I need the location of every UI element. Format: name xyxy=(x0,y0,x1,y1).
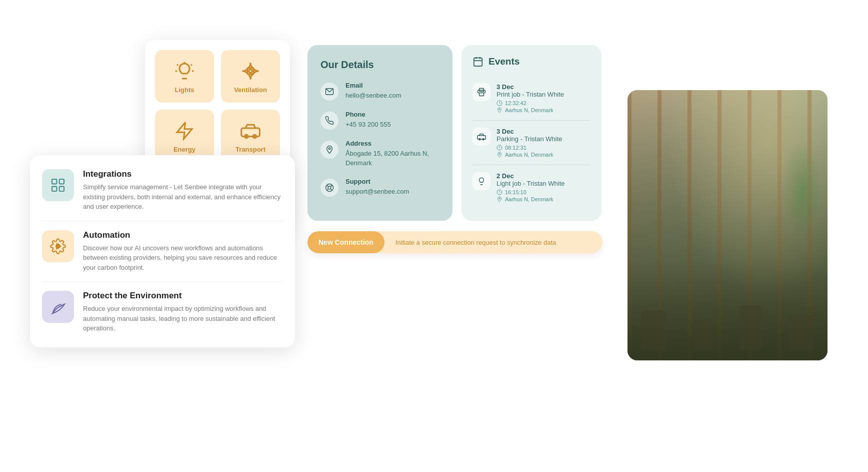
email-value: hello@senbee.com xyxy=(346,92,401,99)
event-meta-1: 12:32:42 Aarhus N, Denmark xyxy=(496,100,564,113)
event-time-row-2: 08:12:31 xyxy=(496,145,562,151)
environment-text: Protect the Environment Reduce your envi… xyxy=(83,291,283,333)
support-label: Support xyxy=(346,178,409,185)
event-item-parking: 3 Dec Parking - Tristan White 08:12:31 A… xyxy=(472,121,590,165)
grid-icon xyxy=(50,177,66,193)
event-name-3: Light job - Tristan White xyxy=(496,180,565,187)
event-loc-row-3: Aarhus N, Denmark xyxy=(496,196,565,202)
phone-label: Phone xyxy=(346,111,391,118)
svg-point-21 xyxy=(328,148,330,150)
environment-title: Protect the Environment xyxy=(83,291,283,301)
scene: Lights Ventilation Energy xyxy=(0,0,868,472)
svg-point-23 xyxy=(328,186,331,189)
svg-line-24 xyxy=(327,185,328,187)
photo-interior xyxy=(628,90,828,360)
support-value: support@senbee.com xyxy=(346,188,409,195)
svg-rect-17 xyxy=(52,187,56,191)
headset-icon-box xyxy=(320,179,338,197)
features-card: Integrations Simplify service management… xyxy=(30,155,295,347)
address-label: Address xyxy=(346,140,440,147)
event-time-3: 16:15:10 xyxy=(505,189,526,195)
svg-rect-15 xyxy=(52,179,56,184)
chair-2 xyxy=(693,320,713,350)
event-item-light: 2 Dec Light job - Tristan White 16:15:10… xyxy=(472,165,590,209)
integrations-icon-box xyxy=(42,169,74,201)
car-icon xyxy=(240,121,260,141)
feature-item-integrations: Integrations Simplify service management… xyxy=(42,169,283,221)
event-details-parking: 3 Dec Parking - Tristan White 08:12:31 A… xyxy=(496,128,562,158)
phone-icon-box xyxy=(320,112,338,130)
svg-line-27 xyxy=(330,186,332,187)
chair-row xyxy=(628,305,828,350)
svg-point-35 xyxy=(484,92,484,93)
printer-icon xyxy=(477,88,486,97)
svg-rect-6 xyxy=(242,128,260,137)
svg-line-28 xyxy=(327,189,328,190)
svg-marker-19 xyxy=(56,243,60,249)
event-item-print: 3 Dec Print job - Tristan White 12:32:42… xyxy=(472,76,590,121)
headset-icon xyxy=(325,183,334,192)
email-label: Email xyxy=(346,82,401,89)
event-meta-2: 08:12:31 Aarhus N, Denmark xyxy=(496,145,562,158)
gear-play-icon xyxy=(50,238,66,254)
transport-label: Transport xyxy=(236,146,266,153)
ventilation-label: Ventilation xyxy=(234,86,267,94)
svg-rect-33 xyxy=(480,89,484,92)
mail-icon-box xyxy=(320,83,338,101)
device-tile-ventilation[interactable]: Ventilation xyxy=(221,50,280,103)
connection-bar-text: Initiate a secure connection request to … xyxy=(384,239,568,246)
connection-bar[interactable]: New Connection Initiate a secure connect… xyxy=(308,231,602,253)
location-icon-3 xyxy=(496,196,502,202)
chair-1 xyxy=(641,310,666,350)
chair-3 xyxy=(740,305,762,350)
feature-item-environment: Protect the Environment Reduce your envi… xyxy=(42,282,283,333)
car-icon-box-2 xyxy=(472,128,490,146)
device-tile-energy[interactable]: Energy xyxy=(155,110,214,162)
bolt-icon xyxy=(174,121,194,141)
event-loc-2: Aarhus N, Denmark xyxy=(505,152,554,158)
printer-icon-box xyxy=(472,83,490,101)
events-title: Events xyxy=(488,56,520,67)
event-date-3: 2 Dec xyxy=(496,172,565,180)
event-time-row-1: 12:32:42 xyxy=(496,100,564,106)
event-meta-3: 16:15:10 Aarhus N, Denmark xyxy=(496,189,565,202)
energy-label: Energy xyxy=(174,146,196,153)
photo-panel xyxy=(628,90,828,360)
environment-description: Reduce your environmental impact by opti… xyxy=(83,304,283,333)
event-name-2: Parking - Tristan White xyxy=(496,135,562,143)
event-loc-row-2: Aarhus N, Denmark xyxy=(496,152,562,158)
mail-icon xyxy=(325,87,334,96)
event-date-1: 3 Dec xyxy=(496,83,564,91)
environment-icon-box xyxy=(42,291,74,323)
detail-row-email: Email hello@senbee.com xyxy=(320,82,440,101)
car-icon-2 xyxy=(477,132,486,141)
svg-rect-18 xyxy=(60,187,64,191)
detail-row-address: Address Åbogade 15, 8200 Aarhus N, Denma… xyxy=(320,140,440,168)
clock-icon-3 xyxy=(496,189,502,195)
svg-point-44 xyxy=(499,198,500,199)
automation-title: Automation xyxy=(83,230,283,240)
chair-4 xyxy=(789,315,814,350)
device-tile-transport[interactable]: Transport xyxy=(221,110,280,162)
details-card: Our Details Email hello@senbee.com xyxy=(308,45,452,221)
location-icon-1 xyxy=(496,107,502,113)
event-name-1: Print job - Tristan White xyxy=(496,91,564,98)
svg-point-5 xyxy=(249,70,252,73)
svg-rect-38 xyxy=(478,136,486,140)
events-card: Events 3 Dec Print job - Tristan White xyxy=(462,45,602,221)
automation-description: Discover how our AI uncovers new workflo… xyxy=(83,243,283,273)
event-loc-row-1: Aarhus N, Denmark xyxy=(496,107,564,113)
lightbulb-icon xyxy=(174,61,194,81)
leaf-icon xyxy=(50,299,66,315)
integrations-text: Integrations Simplify service management… xyxy=(83,169,283,212)
automation-icon-box xyxy=(42,230,74,262)
integrations-description: Simplify service management - Let Senbee… xyxy=(83,182,283,212)
device-tile-lights[interactable]: Lights xyxy=(155,50,214,103)
pin-icon-box xyxy=(320,141,338,159)
detail-row-phone: Phone +45 93 200 555 xyxy=(320,111,440,130)
svg-point-37 xyxy=(499,109,500,110)
svg-line-25 xyxy=(330,189,332,190)
furniture-hint xyxy=(628,260,828,360)
event-time-row-3: 16:15:10 xyxy=(496,189,565,195)
svg-rect-29 xyxy=(474,58,482,67)
